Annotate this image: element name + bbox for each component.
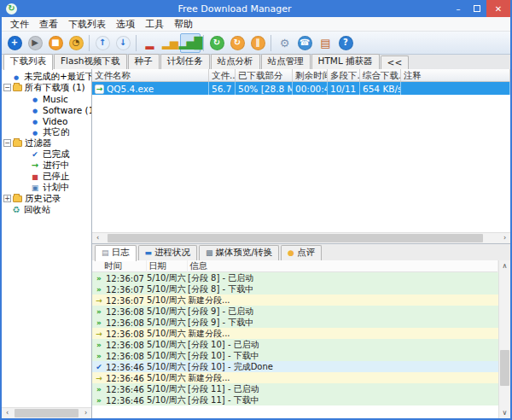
scroll-right-icon[interactable]: ›: [80, 410, 91, 417]
move-down-button[interactable]: ↓: [113, 33, 133, 53]
add-download-button[interactable]: +: [4, 33, 25, 53]
minimize-button[interactable]: –: [449, 0, 468, 17]
tree-item-8[interactable]: 进行中: [2, 160, 91, 171]
menu-item-0[interactable]: 文件: [5, 18, 34, 31]
scroll-left-icon[interactable]: ‹: [92, 235, 103, 242]
tab-0[interactable]: 下载列表: [3, 54, 53, 70]
tree-item-6[interactable]: −过滤器: [2, 137, 91, 149]
move-up-button[interactable]: ↑: [92, 33, 113, 53]
tutorial-book-button[interactable]: ▤: [315, 33, 335, 53]
log-column-message[interactable]: 信息: [188, 260, 498, 272]
help-button[interactable]: ?: [335, 33, 356, 53]
log-row-6[interactable]: »12:36:085/10/周六[分段 10] - 已启动: [92, 339, 498, 350]
log-row-5[interactable]: →12:36:085/10/周六新建分段...: [92, 328, 498, 339]
close-button[interactable]: ✕: [486, 0, 510, 17]
tree-item-4[interactable]: Video: [2, 115, 91, 126]
column-header-4[interactable]: 多段下...: [328, 69, 360, 81]
menu-item-4[interactable]: 工具: [140, 18, 169, 31]
log-row-0[interactable]: »12:36:075/10/周六[分段 8] - 已启动: [92, 272, 498, 283]
log-vscroll-track[interactable]: [499, 271, 510, 407]
log-vscrollbar[interactable]: ∧ ∨: [498, 260, 510, 418]
start-download-button[interactable]: ▶: [25, 33, 45, 53]
resume-all-button[interactable]: ↻: [207, 33, 227, 53]
tab-5[interactable]: 站点管理: [261, 54, 311, 69]
maximize-button[interactable]: [468, 0, 486, 17]
restart-all-button[interactable]: ↻: [227, 33, 247, 53]
log-row-11[interactable]: »12:36:465/10/周六[分段 11] - 下载中: [92, 394, 498, 405]
tree-item-2[interactable]: Music: [2, 93, 91, 104]
column-header-3[interactable]: 剩余时间: [293, 69, 328, 81]
log-row-7[interactable]: »12:36:085/10/周六[分段 10] - 下载中: [92, 350, 498, 361]
tree-item-0[interactable]: 未完成的+最近下载: [2, 71, 91, 82]
tree-hscrollbar[interactable]: ‹ ›: [2, 407, 91, 418]
log-vscroll-thumb[interactable]: [500, 350, 509, 385]
tab-7[interactable]: <<: [381, 55, 410, 69]
column-header-0[interactable]: 文件名称: [92, 69, 209, 81]
tree-item-12[interactable]: 回收站: [2, 204, 91, 215]
log-row-10[interactable]: »12:36:465/10/周六[分段 11] - 已启动: [92, 383, 498, 394]
tree-item-label: 已完成: [43, 149, 70, 160]
menu-item-2[interactable]: 下载列表: [63, 18, 111, 31]
tree-item-label: 进行中: [43, 160, 70, 172]
speed-medium-button[interactable]: ▂▅: [160, 33, 180, 53]
tree-item-5[interactable]: 其它的: [2, 126, 91, 137]
log-row-1[interactable]: »12:36:075/10/周六[分段 8] - 下载中: [92, 283, 498, 295]
tree-item-11[interactable]: +历史记录: [2, 193, 91, 204]
download-row-0[interactable]: →QQ5.4.exe56.7 ...50% [28.8 MB]00:00:431…: [92, 82, 510, 95]
log-column-date[interactable]: 日期: [147, 260, 188, 272]
network-button[interactable]: ☎: [294, 33, 315, 53]
scheduler-icon: ◔: [69, 36, 84, 50]
bottom-tab-comment[interactable]: 点评: [281, 245, 322, 260]
scroll-left-icon[interactable]: ‹: [2, 410, 13, 417]
settings-button[interactable]: ⚙: [274, 33, 294, 53]
tree-item-3[interactable]: Software (1): [2, 104, 91, 115]
tab-2[interactable]: 种子: [128, 54, 160, 69]
menu-item-1[interactable]: 查看: [34, 18, 63, 31]
download-list-header: 文件名称文件...已下载部分剩余时间多段下...综合下载...注释: [92, 69, 510, 82]
pause-all-button[interactable]: ∥: [247, 33, 268, 53]
log-row-9[interactable]: →12:36:465/10/周六新建分段...: [92, 372, 498, 383]
tree-item-7[interactable]: 已完成: [2, 149, 91, 160]
column-header-6[interactable]: 注释: [401, 69, 510, 81]
log-row-2[interactable]: →12:36:075/10/周六新建分段...: [92, 295, 498, 306]
main-hscroll-thumb[interactable]: [108, 234, 484, 242]
speed-high-button[interactable]: ▂▅█: [180, 33, 201, 53]
scroll-down-icon[interactable]: ∨: [503, 407, 508, 418]
main-hscroll-track[interactable]: [103, 233, 499, 243]
scroll-up-icon[interactable]: ∧: [503, 260, 508, 271]
tree-item-1[interactable]: −所有下载项 (1): [2, 82, 91, 93]
scroll-right-icon[interactable]: ›: [499, 235, 510, 242]
tab-6[interactable]: HTML 捕获器: [311, 54, 380, 69]
bottom-tab-log[interactable]: 日志: [95, 245, 137, 261]
stop-download-button[interactable]: ■: [45, 33, 66, 53]
menu-item-5[interactable]: 帮助: [169, 18, 198, 31]
tree-toggle-plus-icon[interactable]: +: [3, 195, 11, 202]
log-row-8[interactable]: ✔12:36:465/10/周六[分段 10] - 完成Done: [92, 361, 498, 372]
tab-1[interactable]: Flash视频下载: [54, 54, 127, 69]
log-column-time[interactable]: 时间: [92, 260, 147, 272]
help-icon: ?: [339, 36, 353, 50]
scheduler-button[interactable]: ◔: [66, 33, 86, 53]
column-header-5[interactable]: 综合下载...: [360, 69, 401, 81]
folder-icon: [13, 195, 22, 202]
log-row-4[interactable]: »12:36:085/10/周六[分段 9] - 下载中: [92, 317, 498, 328]
tree-hscroll-track[interactable]: [13, 408, 80, 418]
bottom-tab-media[interactable]: 媒体预览/转换: [199, 245, 279, 260]
start-download-icon: ▶: [28, 36, 43, 50]
tree-item-9[interactable]: 已停止: [2, 171, 91, 182]
log-row-3[interactable]: »12:36:085/10/周六[分段 9] - 已启动: [92, 306, 498, 317]
tree-item-10[interactable]: 计划中: [2, 182, 91, 193]
column-header-1[interactable]: 文件...: [209, 69, 236, 81]
tree-toggle-minus-icon[interactable]: −: [3, 139, 11, 147]
tab-4[interactable]: 站点分析: [211, 54, 260, 69]
main-hscrollbar[interactable]: ‹ ›: [92, 232, 510, 243]
tree-hscroll-thumb[interactable]: [15, 409, 79, 417]
log-time: 12:36:08: [106, 341, 147, 350]
tab-3[interactable]: 计划任务: [160, 54, 210, 69]
log-date: 5/10/周六: [147, 295, 188, 306]
bottom-tab-progress[interactable]: 进程状况: [138, 245, 198, 260]
column-header-2[interactable]: 已下载部分: [236, 69, 293, 81]
tree-toggle-minus-icon[interactable]: −: [3, 84, 11, 91]
menu-item-3[interactable]: 选项: [111, 18, 140, 31]
speed-low-button[interactable]: ▂: [139, 33, 160, 53]
